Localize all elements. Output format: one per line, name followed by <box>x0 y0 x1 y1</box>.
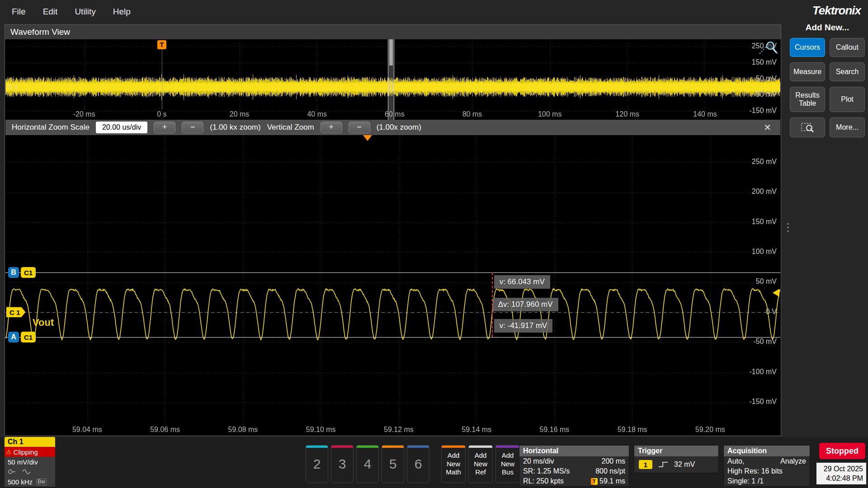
add-ref-line1: Add <box>475 451 487 460</box>
hzoom-increase-button[interactable]: + <box>154 122 175 133</box>
acquisition-detail-row: High Res: 16 bits <box>724 466 810 476</box>
add-results-table-button[interactable]: Results Table <box>790 87 825 112</box>
horizontal-window: 200 ms <box>602 457 625 465</box>
more-button[interactable]: More... <box>830 117 865 137</box>
run-state-button[interactable]: Stopped <box>819 443 865 459</box>
zoom-window[interactable] <box>388 39 394 120</box>
cursor-delta-readout[interactable]: Δv: 107.960 mV <box>493 298 558 311</box>
add-callout-button[interactable]: Callout <box>830 38 865 57</box>
trigger-flag[interactable]: T <box>157 40 166 49</box>
add-channel-3-button[interactable]: 3 <box>331 445 354 483</box>
acquisition-detail: High Res: 16 bits <box>727 467 783 475</box>
horizontal-scale: 20 ms/div <box>523 457 554 465</box>
clipping-text: Clipping <box>14 448 38 456</box>
time-tick-label: 140 ms <box>687 110 723 118</box>
cursor-a-line[interactable] <box>5 337 780 338</box>
overview-trigger-arrow[interactable] <box>775 79 779 84</box>
hzoom-scale-value[interactable]: 20.00 us/div <box>96 122 147 133</box>
time-tick-label: 59.14 ms <box>458 426 495 434</box>
tektronix-logo: Tektronix <box>812 4 861 18</box>
add-new-bus-button[interactable]: Add New Bus <box>495 445 520 483</box>
voltage-tick-label: 0 V <box>766 308 777 316</box>
add-math-line3: Math <box>446 468 461 477</box>
acquisition-panel-title: Acquisition <box>724 446 810 456</box>
hzoom-factor-label: (1.00 kx zoom) <box>210 123 260 132</box>
voltage-tick-label: -50 mV <box>753 90 777 99</box>
menu-file[interactable]: File <box>6 2 38 21</box>
add-ref-line2: New <box>474 460 487 469</box>
add-math-line1: Add <box>448 451 460 460</box>
trigger-position-indicator[interactable] <box>363 135 372 141</box>
sidebar-title: Add New... <box>790 23 865 33</box>
add-measure-button[interactable]: Measure <box>790 62 825 81</box>
hzoom-decrease-button[interactable]: − <box>182 122 203 133</box>
add-channel-5-button[interactable]: 5 <box>382 445 404 483</box>
channel1-scale[interactable]: 50 mV/div <box>5 457 55 467</box>
vzoom-decrease-button[interactable]: − <box>349 122 370 133</box>
sidebar-grid: Cursors Callout Measure Search Results T… <box>790 38 865 137</box>
cursor-b-line[interactable] <box>5 272 780 273</box>
bandwidth-icon: Bw <box>36 479 47 485</box>
vzoom-increase-button[interactable]: + <box>321 122 342 133</box>
cursor-a-badge[interactable]: A C1 <box>8 332 36 343</box>
add-plot-button[interactable]: Plot <box>830 87 865 112</box>
trigger-source-badge: 1 <box>639 460 652 469</box>
add-new-math-button[interactable]: Add New Math <box>441 445 466 483</box>
add-search-button[interactable]: Search <box>830 62 865 81</box>
zoom-plot[interactable]: B C1 A C1 v: 66.043 mV Δv: 107.960 mV v:… <box>5 135 780 435</box>
channel1-badge[interactable]: Ch 1 <box>5 437 55 447</box>
vzoom-label: Vertical Zoom <box>267 123 314 132</box>
trigger-panel[interactable]: Trigger 1 32 mV <box>634 445 719 473</box>
trigger-level-value: 32 mV <box>674 460 695 469</box>
horizontal-panel[interactable]: Horizontal 20 ms/div 200 ms SR: 1.25 MS/… <box>519 445 629 487</box>
menu-edit[interactable]: Edit <box>38 2 70 21</box>
zoom-window-grip[interactable] <box>389 39 393 66</box>
trigger-level-arrow[interactable] <box>773 289 779 297</box>
overview-plot[interactable]: T C 1 -20 ms0 s20 ms40 ms60 ms80 ms100 m… <box>5 39 780 120</box>
zoom-close-button[interactable]: ✕ <box>761 122 774 133</box>
time-tick-label: 59.10 ms <box>303 426 339 434</box>
bandwidth-value: 500 kHz <box>8 478 33 486</box>
channel-annotation[interactable]: Vout <box>33 317 54 328</box>
hzoom-label: Horizontal Zoom Scale <box>12 123 90 132</box>
sine-wave-icon <box>22 469 31 475</box>
time-tick-label: 80 ms <box>454 110 491 118</box>
voltage-tick-label: -50 mV <box>753 338 777 346</box>
probe-icon <box>8 469 16 475</box>
time-tick-label: 59.16 ms <box>536 426 572 434</box>
channel1-block: Ch 1 ⚠ Clipping 50 mV/div 500 kHz Bw <box>5 437 55 487</box>
record-length: RL: 250 kpts <box>523 477 564 485</box>
add-channel-4-button[interactable]: 4 <box>356 445 379 483</box>
time-tick-label: 59.20 ms <box>692 426 728 434</box>
trigger-position-value: 59.1 ms <box>599 477 625 485</box>
add-cursors-button[interactable]: Cursors <box>790 38 825 57</box>
cursor-a-readout[interactable]: v: -41.917 mV <box>494 319 553 333</box>
trigger-position-icon: T <box>591 478 598 485</box>
acquisition-panel[interactable]: Acquisition Auto, Analyze High Res: 16 b… <box>723 445 810 487</box>
time-tick-label: 59.08 ms <box>225 426 261 434</box>
time-tick-label: 100 ms <box>532 110 568 118</box>
panel-splitter[interactable]: ⋮ <box>783 225 793 230</box>
cursor-b-letter: B <box>8 267 19 278</box>
vzoom-factor-label: (1.00x zoom) <box>377 123 421 132</box>
horizontal-sr-row: SR: 1.25 MS/s 800 ns/pt <box>519 466 629 476</box>
time-tick-label: -20 ms <box>66 110 102 118</box>
cursor-b-readout[interactable]: v: 66.043 mV <box>494 275 550 289</box>
add-channel-2-button[interactable]: 2 <box>306 445 328 483</box>
add-channel-6-button[interactable]: 6 <box>407 445 429 483</box>
sample-rate: SR: 1.25 MS/s <box>523 467 570 475</box>
cursor-b-channel-tag: C1 <box>21 267 36 278</box>
logo-text-tail: tronix <box>831 4 861 17</box>
zoom-canvas[interactable] <box>5 135 780 435</box>
menu-utility[interactable]: Utility <box>69 2 107 21</box>
zoom-magnifier-icon[interactable] <box>758 40 778 56</box>
acquisition-mode-row: Auto, Analyze <box>724 456 810 466</box>
cursor-b-badge[interactable]: B C1 <box>8 267 36 278</box>
time-tick-label: 40 ms <box>299 110 335 118</box>
channel1-bandwidth[interactable]: 500 kHz Bw <box>5 477 55 487</box>
add-new-ref-button[interactable]: Add New Ref <box>468 445 493 483</box>
menu-help[interactable]: Help <box>108 2 142 21</box>
zoom-area-button[interactable] <box>790 117 825 137</box>
trigger-settings-row: 1 32 mV <box>634 456 718 473</box>
voltage-tick-label: 150 mV <box>752 58 777 66</box>
